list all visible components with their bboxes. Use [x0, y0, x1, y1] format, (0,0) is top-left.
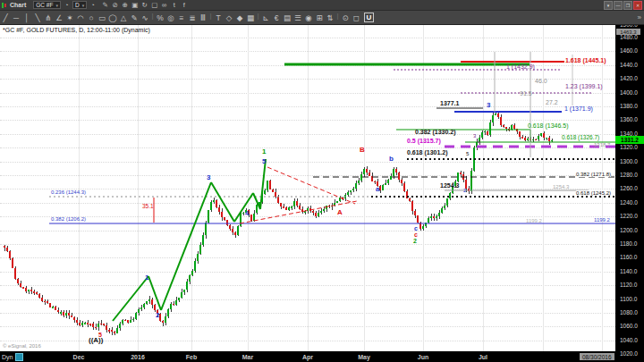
wave-2-minor-label[interactable]: 2 [463, 188, 466, 193]
fib-1315-label[interactable]: 0.5 (1315.7) [407, 138, 441, 144]
wave-line-4b-4c[interactable] [253, 193, 260, 209]
more-tools-icon[interactable]: » [638, 13, 641, 21]
wave-AA-label[interactable]: ((A)) [89, 337, 103, 344]
star-icon[interactable]: ✶ [64, 12, 75, 24]
fib-ext-1618-label[interactable]: 1.618 (1445.1) [565, 57, 606, 63]
trend-line-icon[interactable]: ╱ [0, 12, 11, 24]
wave-1-label[interactable]: 1 [145, 274, 148, 282]
triangle-icon[interactable]: △ [118, 12, 129, 24]
currency-tool-icon[interactable]: € [271, 12, 282, 24]
fib-1346-label[interactable]: 0.618 (1346.5) [528, 122, 569, 129]
attach-tool-icon[interactable]: ⊙ [340, 12, 351, 24]
fib-time-zones-icon[interactable]: Ⅲ [198, 12, 208, 24]
wave-c-red-label[interactable]: c [414, 232, 418, 238]
note-tool-icon[interactable]: ◻ [351, 12, 361, 24]
wave-line-4-5[interactable] [260, 159, 266, 209]
wave-3-label[interactable]: 3 [207, 174, 210, 181]
fib-1432-label[interactable]: 1 (1432.9) [506, 63, 535, 70]
chart-area[interactable]: 1.618 (1445.1)1 (1432.9)46.01.23 (1399.1… [0, 24, 644, 362]
fib-1244-label[interactable]: 0.236 (1244.3) [51, 189, 86, 195]
chat-icon[interactable]: ▣ [130, 1, 140, 9]
swap-tool-icon[interactable]: ⇅ [325, 12, 335, 24]
close-button[interactable]: ✕ [633, 1, 642, 10]
chevron-down-icon[interactable]: ▾ [55, 3, 58, 8]
dyn-tab[interactable]: Dyn [2, 353, 23, 361]
fib-1206-label[interactable]: 0.382 (1206.2) [51, 216, 86, 222]
wave-5-minor-label[interactable]: 5 [466, 151, 469, 156]
zoom-in-icon[interactable]: ⊕ [120, 1, 130, 9]
grid-tool-icon[interactable]: ▦ [245, 12, 256, 24]
list-tool-icon[interactable]: ☰ [292, 12, 303, 24]
wave-A-label[interactable]: A [337, 209, 343, 216]
fib-1271-label[interactable]: 0.382 (1271.8) [576, 172, 611, 177]
wave-line-0-1[interactable] [113, 276, 148, 321]
fib-1399-label[interactable]: 1.23 (1399.1) [565, 83, 603, 89]
angle-line-icon[interactable]: ∠ [54, 12, 64, 24]
price-1199-label[interactable]: 1199.2 [594, 217, 610, 223]
wave-line-2-3[interactable] [161, 182, 211, 310]
fib-1330-label[interactable]: 0.382 (1330.2) [415, 129, 456, 135]
wave-line-1-2[interactable] [148, 276, 161, 310]
price-1199-dim-label[interactable]: 1199.2 [526, 218, 542, 223]
ellipse-icon[interactable]: ◯ [107, 12, 118, 24]
link-icon[interactable]: ∞ [159, 1, 169, 9]
fib-1301-label[interactable]: 0.618 (1301.2) [407, 149, 448, 156]
price-label-icon[interactable]: ◇ [224, 12, 234, 24]
pitchfork-icon[interactable]: ⋔ [43, 12, 54, 24]
measure-35-label[interactable]: 35.1 [142, 204, 154, 210]
text-tool-icon[interactable]: T [213, 12, 224, 24]
fib-1245-label[interactable]: 0.618 (1245.2) [576, 190, 611, 196]
vertical-line-icon[interactable]: │ [21, 12, 32, 24]
twitter-icon[interactable]: t [169, 1, 179, 9]
measure-46-label[interactable]: 46.0 [535, 78, 547, 84]
circle-icon[interactable]: ○ [86, 12, 97, 24]
wave-2-label[interactable]: 2 [156, 312, 159, 319]
wave-a-label[interactable]: a [376, 186, 379, 193]
price-1254-label[interactable]: 1254.3 [553, 184, 569, 189]
unit-button[interactable]: U [364, 13, 374, 22]
symbol-settings-icon[interactable]: ◔ [63, 2, 71, 8]
interval-input[interactable]: D ▾ [72, 1, 87, 9]
wave-3-top-label[interactable]: 3 [487, 102, 490, 109]
wave-4-label[interactable]: 4 [245, 210, 249, 217]
component-tool-icon[interactable]: ⊞ [314, 12, 325, 24]
wave-line-4a-4b[interactable] [234, 193, 253, 222]
fib-circles-icon[interactable]: ◎ [165, 12, 176, 24]
gann-angle-icon[interactable]: ⊾ [260, 12, 271, 24]
wave-5-label[interactable]: 5 [262, 158, 266, 165]
target-tool-icon[interactable]: ◉ [303, 12, 314, 24]
measure-91-label[interactable]: 91.5 [520, 90, 532, 97]
wave-line-3-4a[interactable] [211, 182, 234, 222]
refresh-icon[interactable]: ↻ [140, 1, 149, 9]
ray-line-icon[interactable]: ╲ [32, 12, 43, 24]
pencil-icon[interactable]: ✎ [100, 1, 110, 9]
freehand-icon[interactable]: ✎ [129, 12, 140, 24]
measure-27-label[interactable]: 27.2 [546, 99, 558, 105]
window-menu-button[interactable]: ▾ [604, 1, 613, 10]
swing-1254-label[interactable]: 1254.3 [440, 182, 459, 189]
wave-4-minor-label[interactable]: 4 [478, 139, 480, 145]
price-1318-label[interactable]: 1318.7 [594, 142, 610, 147]
wave-2-green-label[interactable]: 2 [413, 238, 417, 244]
wave-B-label[interactable]: B [360, 147, 365, 154]
time-axis[interactable]: Dec2016FebMarAprMayJunJul Dyn 08/30/2016 [0, 351, 644, 362]
horizontal-line-icon[interactable]: ─ [11, 12, 21, 24]
price-axis[interactable]: 1500.0 1463.3 1480.01460.01440.01420.014… [615, 25, 644, 362]
table-tool-icon[interactable]: ▤ [282, 12, 292, 24]
chevron-down-icon[interactable]: ▾ [82, 3, 85, 8]
restore-button[interactable]: ❐ [623, 1, 632, 10]
fib-1326-label[interactable]: 0.618 (1326.7) [562, 135, 599, 141]
wave-c-blue-label[interactable]: c [414, 225, 418, 232]
facebook-icon[interactable]: f [179, 1, 189, 9]
rectangle-icon[interactable]: ▭ [97, 12, 107, 24]
fib-percent-icon[interactable]: % [155, 12, 165, 24]
wave-1-green-label[interactable]: 1 [262, 148, 266, 156]
fib-1371-label[interactable]: 1 (1371.9) [564, 105, 593, 112]
wave-tool-icon[interactable]: ∿ [140, 12, 150, 24]
marker-icon[interactable]: ◆ [234, 12, 245, 24]
fib-extension-icon[interactable]: ≣ [187, 12, 198, 24]
wave-b-label[interactable]: b [389, 156, 394, 163]
wave-3-minor-label[interactable]: 3 [473, 133, 476, 139]
arc-icon[interactable]: ◠ [75, 12, 86, 24]
symbol-input[interactable]: GC #F ▾ [33, 1, 61, 9]
